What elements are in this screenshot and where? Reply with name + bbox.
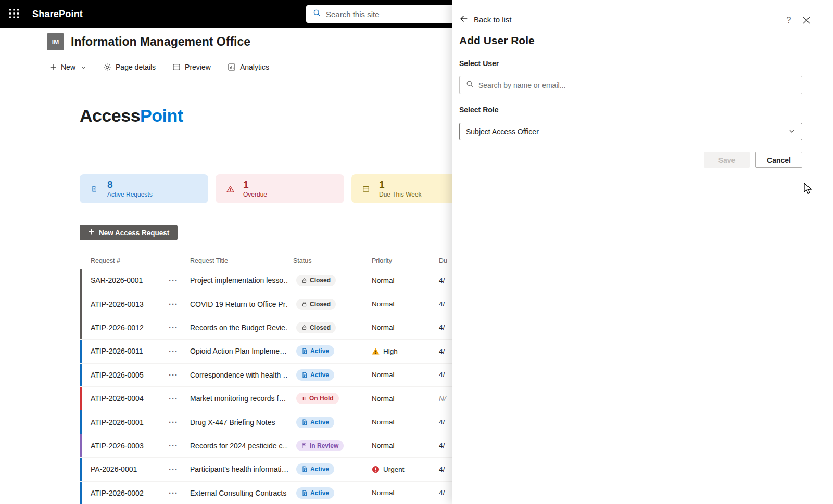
help-icon[interactable]: ? [782, 14, 795, 27]
preview-icon [172, 63, 181, 71]
stat-text: 8 Active Requests [107, 179, 153, 198]
priority-label: Urgent [383, 466, 405, 473]
priority-label: Normal [372, 418, 395, 426]
plus-icon [88, 228, 95, 237]
priority-label: Normal [372, 300, 395, 308]
row-accent-bar [80, 269, 82, 292]
row-accent-bar [80, 364, 82, 386]
document-icon [301, 372, 308, 378]
row-accent-bar [80, 316, 82, 339]
app-launcher-button[interactable] [0, 0, 28, 28]
role-select[interactable]: Subject Access Officer [459, 123, 802, 140]
status-cell: Active [288, 369, 363, 381]
row-more-button[interactable]: ··· [163, 300, 184, 308]
status-label: In Review [310, 442, 338, 449]
row-accent-bar [80, 458, 82, 481]
row-accent-bar [80, 387, 82, 410]
status-badge: Active [296, 345, 334, 357]
priority-label: Normal [372, 489, 395, 497]
left-app-rail [0, 28, 28, 504]
close-icon[interactable] [800, 14, 813, 27]
back-to-list-label: Back to list [474, 15, 512, 24]
toolbar-command[interactable]: Page details [103, 63, 156, 71]
user-search-box[interactable] [459, 76, 802, 94]
priority-label: High [383, 347, 398, 355]
page-title-accent: Point [140, 106, 183, 125]
status-label: Active [310, 419, 329, 426]
priority-label: Normal [372, 324, 395, 331]
pivot-tabs [84, 146, 119, 151]
priority-cell: Normal [363, 442, 428, 449]
calendar-icon [361, 184, 371, 194]
status-cell: Active [288, 487, 363, 499]
stat-value: 1 [243, 179, 267, 190]
status-badge: Closed [296, 275, 336, 286]
request-id: ATIP-2026-0004 [83, 394, 163, 403]
status-cell: On Hold [288, 393, 363, 404]
col-priority[interactable]: Priority [363, 257, 428, 264]
request-id: ATIP-2026-0005 [83, 371, 163, 379]
waffle-icon [9, 9, 19, 20]
toolbar-command[interactable]: New [49, 63, 86, 71]
status-label: Active [310, 347, 329, 355]
row-more-button[interactable]: ··· [163, 371, 184, 379]
row-more-button[interactable]: ··· [163, 277, 184, 285]
request-id: ATIP-2026-0012 [83, 324, 163, 332]
status-label: Active [310, 466, 329, 473]
row-more-button[interactable]: ··· [163, 466, 184, 473]
back-to-list-button[interactable]: Back to list [459, 14, 512, 25]
priority-cell: Urgent [363, 466, 428, 473]
gear-icon [103, 63, 111, 71]
stat-cards: 8 Active Requests 1 Overdue 1 Due This W… [80, 174, 480, 203]
site-title: Information Management Office [71, 33, 250, 50]
priority-label: Normal [372, 395, 395, 403]
row-more-button[interactable]: ··· [163, 442, 184, 449]
site-logo[interactable]: IM [47, 33, 64, 50]
request-title: Opioid Action Plan Impleme… [184, 347, 288, 355]
toolbar-command[interactable]: Preview [172, 63, 211, 71]
pause-icon [301, 396, 307, 401]
status-badge: Active [296, 463, 334, 475]
lock-icon [301, 325, 307, 330]
stat-card[interactable]: 1 Overdue [216, 174, 344, 203]
status-cell: Closed [288, 275, 363, 286]
cancel-button[interactable]: Cancel [755, 152, 802, 168]
priority-cell: Normal [363, 418, 428, 426]
status-cell: Active [288, 463, 363, 475]
row-accent-bar [80, 482, 82, 504]
request-title: Correspondence with health … [184, 371, 288, 379]
toolbar-command[interactable]: Analytics [228, 63, 269, 71]
row-more-button[interactable]: ··· [163, 324, 184, 331]
status-cell: Closed [288, 299, 363, 310]
request-id: ATIP-2026-0013 [83, 300, 163, 308]
request-title: Participant's health informati… [184, 465, 288, 473]
status-cell: Active [288, 417, 363, 428]
plus-icon [49, 63, 57, 71]
status-label: Active [310, 371, 329, 379]
row-more-button[interactable]: ··· [163, 395, 184, 403]
page-title-primary: Access [80, 106, 140, 125]
search-icon [313, 9, 321, 19]
status-badge: Active [296, 487, 334, 499]
col-status[interactable]: Status [288, 257, 363, 264]
row-more-button[interactable]: ··· [163, 489, 184, 497]
lock-icon [301, 278, 307, 283]
new-access-request-button[interactable]: New Access Request [80, 225, 178, 240]
user-search-input[interactable] [478, 81, 796, 89]
row-more-button[interactable]: ··· [163, 347, 184, 355]
request-id: PA-2026-0001 [83, 465, 163, 473]
stat-text: 1 Overdue [243, 179, 267, 198]
row-accent-bar [80, 410, 82, 433]
row-more-button[interactable]: ··· [163, 418, 184, 426]
col-request-title[interactable]: Request Title [184, 257, 288, 264]
stat-card[interactable]: 8 Active Requests [80, 174, 208, 203]
warning-icon [225, 184, 235, 194]
status-label: On Hold [309, 395, 334, 402]
add-user-role-panel: Back to list ? Add User Role Select User… [452, 0, 833, 504]
request-id: ATIP-2026-0011 [83, 347, 163, 355]
col-request-id[interactable]: Request # [83, 257, 163, 264]
lock-icon [301, 301, 307, 307]
document-icon [301, 466, 308, 472]
save-button[interactable]: Save [704, 152, 750, 168]
new-access-request-label: New Access Request [99, 229, 169, 237]
